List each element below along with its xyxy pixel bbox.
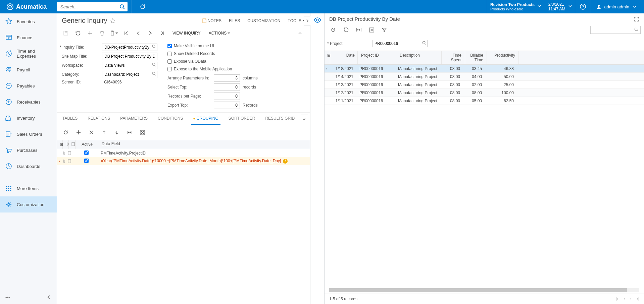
grid-moveup-button[interactable] xyxy=(99,127,109,138)
chk-odata[interactable]: Expose via OData xyxy=(167,59,258,64)
row-attachment-icon[interactable] xyxy=(62,159,68,163)
sidebar-item-favorites[interactable]: Favorites xyxy=(0,13,57,29)
prev-button[interactable] xyxy=(133,28,144,39)
help-button[interactable]: ? xyxy=(575,0,591,13)
grid-delete-button[interactable] xyxy=(86,127,97,138)
grid-row[interactable]: ›=Year([PMTimeActivity.Date])*10000 +[PM… xyxy=(57,157,310,165)
sidebar-item-payables[interactable]: Payables xyxy=(0,78,57,94)
customization-link[interactable]: CUSTOMIZATION xyxy=(247,18,280,23)
row-active-cell[interactable] xyxy=(75,159,98,164)
more-icon[interactable]: ••• xyxy=(5,295,10,300)
files-link[interactable]: FILES xyxy=(229,18,240,23)
lookup-icon[interactable] xyxy=(152,45,156,49)
user-menu[interactable]: admin admin xyxy=(591,0,644,13)
clipboard-button[interactable] xyxy=(109,28,119,39)
col-active[interactable]: Active xyxy=(76,140,99,149)
grid-refresh-button[interactable] xyxy=(60,127,71,138)
tab-results-grid[interactable]: RESULTS GRID xyxy=(263,113,297,125)
grid-add-button[interactable] xyxy=(73,127,84,138)
delete-button[interactable] xyxy=(97,28,107,39)
refresh-button[interactable] xyxy=(136,0,149,13)
col-timespent[interactable]: Time Spent xyxy=(442,51,465,64)
scrollbar-thumb[interactable] xyxy=(329,288,627,292)
sidebar-item-customization[interactable]: Customization xyxy=(0,196,57,212)
row-field-cell[interactable]: PMTimeActivity.ProjectID xyxy=(98,149,310,157)
category-input[interactable] xyxy=(102,71,157,78)
sidebar-item-time-and-expenses[interactable]: Time and Expenses xyxy=(0,46,57,62)
row-active-cell[interactable] xyxy=(75,150,98,156)
sidebar-item-sales-orders[interactable]: Sales Orders xyxy=(0,126,57,142)
chk-deleted[interactable]: Show Deleted Records xyxy=(167,51,258,56)
data-row[interactable]: 1/13/2021PR00000016Manufacturing Project… xyxy=(325,81,644,89)
preview-icon[interactable] xyxy=(314,17,321,23)
rpp-input[interactable] xyxy=(214,93,240,100)
project-input[interactable] xyxy=(372,40,428,47)
tab-conditions[interactable]: CONDITIONS xyxy=(156,113,185,125)
data-row[interactable]: 1/12/2021PR00000016Manufacturing Project… xyxy=(325,89,644,97)
grid-movedown-button[interactable] xyxy=(111,127,122,138)
notes-link[interactable]: NOTES xyxy=(202,18,221,23)
expand-icon[interactable] xyxy=(634,16,639,22)
lookup-icon[interactable] xyxy=(422,41,426,45)
sidebar-item-more-items[interactable]: More Items xyxy=(0,180,57,196)
selecttop-input[interactable] xyxy=(214,83,240,91)
pager-prev-button[interactable]: ‹ xyxy=(624,297,625,301)
first-button[interactable] xyxy=(121,28,132,39)
business-date[interactable]: 2/3/2021 11:47 AM xyxy=(544,0,575,13)
grid-fit-button[interactable] xyxy=(124,127,135,138)
arrange-input[interactable] xyxy=(214,74,240,82)
tab-overflow-button[interactable]: » xyxy=(301,115,308,122)
pager-next-button[interactable]: › xyxy=(630,297,632,301)
tab-grouping[interactable]: GROUPING xyxy=(191,113,220,125)
col-productivity[interactable]: Productivity xyxy=(487,51,519,64)
sidebar-item-receivables[interactable]: Receivables xyxy=(0,94,57,110)
actions-menu[interactable]: ACTIONS xyxy=(205,31,234,36)
col-description[interactable]: Description xyxy=(396,51,442,64)
tenant-selector[interactable]: Revision Two Products Products Wholesale xyxy=(486,0,544,13)
grid-row[interactable]: PMTimeActivity.ProjectID xyxy=(57,149,310,157)
grid-export-button[interactable] xyxy=(137,127,148,138)
grid-settings-icon[interactable]: ⊞ xyxy=(325,51,330,64)
cancel-button[interactable] xyxy=(72,28,83,39)
col-date[interactable]: Date xyxy=(330,51,358,64)
rp-fit-button[interactable] xyxy=(353,24,364,35)
sidebar-item-payroll[interactable]: Payroll xyxy=(0,62,57,78)
export-input[interactable] xyxy=(214,102,240,109)
lookup-icon[interactable] xyxy=(152,72,156,76)
pager-last-button[interactable]: ›| xyxy=(637,297,639,301)
data-row[interactable]: ›1/18/2021PR00000016Manufacturing Projec… xyxy=(325,65,644,73)
row-field-cell[interactable]: =Year([PMTimeActivity.Date])*10000 +[PMT… xyxy=(98,157,310,165)
search-icon[interactable] xyxy=(119,4,125,9)
row-note-icon[interactable] xyxy=(68,151,75,155)
save-button[interactable] xyxy=(60,28,71,39)
tab-parameters[interactable]: PARAMETERS xyxy=(118,113,150,125)
collapse-panel-button[interactable] xyxy=(304,16,310,25)
grid-settings-icon[interactable]: ⊞ xyxy=(57,140,63,149)
favorite-star-icon[interactable] xyxy=(110,18,115,23)
row-attachment-icon[interactable] xyxy=(62,151,68,155)
sidebar-item-purchases[interactable]: Purchases xyxy=(0,142,57,158)
sidebar-item-finance[interactable]: Finance xyxy=(0,29,57,46)
horizontal-scrollbar[interactable] xyxy=(329,288,639,292)
collapse-form-icon[interactable] xyxy=(298,31,302,35)
rp-refresh-button[interactable] xyxy=(328,24,339,35)
tab-tables[interactable]: TABLES xyxy=(60,113,80,125)
next-button[interactable] xyxy=(145,28,156,39)
rp-cancel-button[interactable] xyxy=(341,24,351,35)
chk-mobile[interactable]: Expose to the Mobile Application xyxy=(167,67,258,71)
col-datafield[interactable]: Data Field xyxy=(99,140,310,149)
tab-sort-order[interactable]: SORT ORDER xyxy=(227,113,257,125)
search-input[interactable] xyxy=(57,2,128,11)
sidebar-item-dashboards[interactable]: Dashboards xyxy=(0,158,57,174)
col-projectid[interactable]: Project ID xyxy=(358,51,396,64)
rp-search-input[interactable] xyxy=(590,26,641,34)
data-row[interactable]: 1/11/2021PR00000016Manufacturing Project… xyxy=(325,97,644,105)
last-button[interactable] xyxy=(157,28,168,39)
data-row[interactable]: 1/14/2021PR00000016Manufacturing Project… xyxy=(325,73,644,81)
sidebar-item-inventory[interactable]: Inventory xyxy=(0,110,57,126)
view-inquiry-button[interactable]: VIEW INQUIRY xyxy=(169,31,204,36)
rp-export-button[interactable] xyxy=(366,24,377,35)
tab-relations[interactable]: RELATIONS xyxy=(86,113,112,125)
inquiry-title-input[interactable] xyxy=(102,44,157,51)
add-button[interactable] xyxy=(85,28,95,39)
